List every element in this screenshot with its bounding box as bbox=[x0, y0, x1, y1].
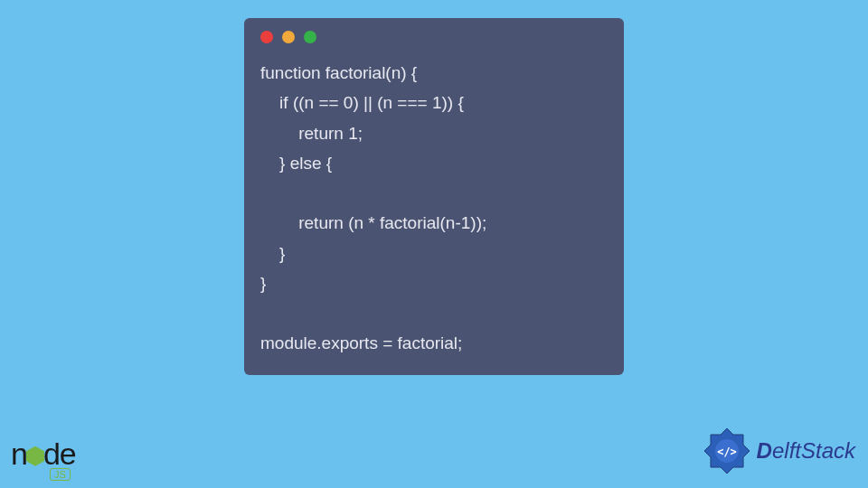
nodejs-sub-label: JS bbox=[50, 468, 71, 481]
hexagon-icon bbox=[26, 446, 44, 466]
code-window: function factorial(n) { if ((n == 0) || … bbox=[244, 18, 624, 375]
code-block: function factorial(n) { if ((n == 0) || … bbox=[260, 58, 608, 359]
delftstack-d: D bbox=[757, 438, 772, 463]
maximize-icon bbox=[304, 31, 316, 43]
nodejs-logo: nde JS bbox=[11, 442, 76, 481]
nodejs-wordmark: nde bbox=[11, 442, 76, 466]
code-glyph-icon: </> bbox=[717, 446, 737, 458]
nodejs-text-right: de bbox=[43, 436, 76, 471]
delftstack-wordmark: DelftStack bbox=[757, 438, 855, 464]
delftstack-badge-icon: </> bbox=[703, 427, 751, 475]
window-controls bbox=[260, 31, 608, 43]
minimize-icon bbox=[282, 31, 295, 43]
delftstack-logo: </> DelftStack bbox=[703, 427, 855, 475]
nodejs-text-left: n bbox=[11, 436, 27, 471]
delftstack-rest: elftStack bbox=[772, 438, 855, 463]
close-icon bbox=[260, 31, 273, 43]
